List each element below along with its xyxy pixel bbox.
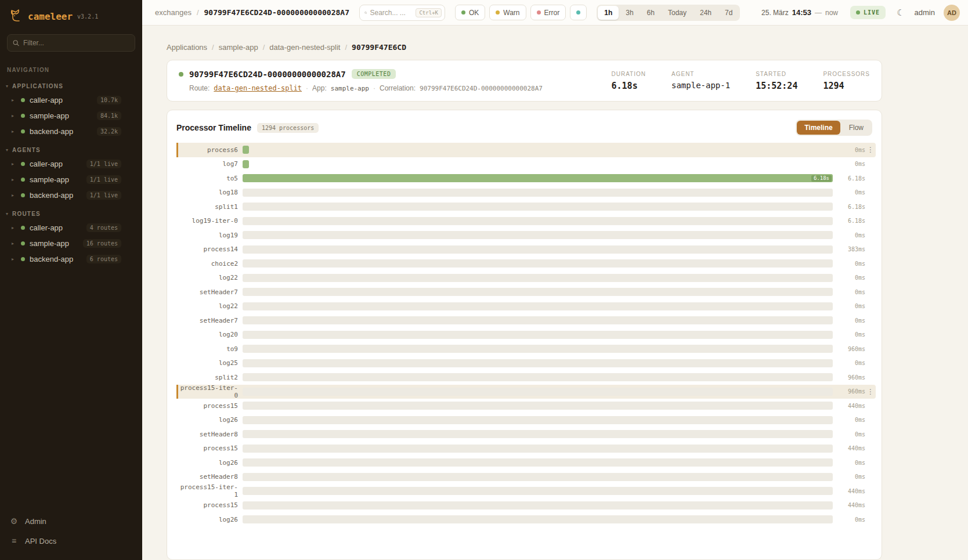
status-dot — [496, 10, 500, 15]
sidebar-item-backend-app[interactable]: ▸backend-app32.2k — [0, 124, 142, 139]
breadcrumb-link[interactable]: Applications — [167, 43, 207, 52]
sidebar-filter-input[interactable] — [23, 39, 129, 47]
timeline-row[interactable]: setHeader70ms⋮ — [176, 285, 876, 299]
range-button-today[interactable]: Today — [662, 6, 693, 20]
topbar-breadcrumb-section[interactable]: exchanges — [155, 8, 192, 17]
sidebar-group-header[interactable]: ▾AGENTS — [0, 139, 142, 156]
timeline-row[interactable]: process15-iter-0960ms⋮ — [176, 385, 876, 399]
duration-label: 960ms — [833, 346, 865, 352]
sidebar-group-header[interactable]: ▾APPLICATIONS — [0, 75, 142, 92]
timeline-row[interactable]: log190ms⋮ — [176, 228, 876, 243]
sidebar-item-sample-app[interactable]: ▸sample-app1/1 live — [0, 172, 142, 187]
timeline-track — [243, 359, 833, 367]
navigation-heading: NAVIGATION — [0, 59, 142, 75]
timeline-row[interactable]: log260ms⋮ — [176, 413, 876, 428]
breadcrumb-link[interactable]: data-gen-nested-split — [269, 43, 340, 52]
timeline-row[interactable]: log180ms⋮ — [176, 186, 876, 200]
range-button-24h[interactable]: 24h — [694, 6, 718, 20]
timeline-row[interactable]: log260ms⋮ — [176, 512, 876, 527]
timeline-row[interactable]: split2960ms⋮ — [176, 370, 876, 385]
kebab-menu-icon[interactable]: ⋮ — [865, 146, 876, 154]
duration-label: 0ms — [833, 331, 865, 338]
timeline-track — [243, 473, 833, 481]
timeline-bar — [243, 189, 833, 197]
kebab-menu-icon[interactable]: ⋮ — [865, 388, 876, 396]
dark-mode-toggle-icon[interactable]: ☾ — [897, 8, 904, 18]
sidebar-item-backend-app[interactable]: ▸backend-app6 routes — [0, 251, 142, 267]
breadcrumb-link[interactable]: sample-app — [219, 43, 258, 52]
api-docs-link[interactable]: ≡ API Docs — [0, 531, 142, 551]
chevron-right-icon: ▸ — [12, 177, 16, 182]
timeline-row[interactable]: log220ms⋮ — [176, 299, 876, 314]
timeline-row[interactable]: log220ms⋮ — [176, 271, 876, 286]
sidebar-group-header[interactable]: ▾ROUTES — [0, 203, 142, 220]
filter-chip-warn[interactable]: Warn — [489, 5, 526, 20]
processor-timeline-card: Processor Timeline 1294 processors Timel… — [167, 110, 882, 560]
timeline-view-button[interactable]: Timeline — [797, 121, 840, 135]
timeline-row[interactable]: process15440ms⋮ — [176, 498, 876, 513]
duration-label: 440ms — [833, 488, 865, 494]
timeline-row[interactable]: process14383ms⋮ — [176, 243, 876, 257]
range-button-1h[interactable]: 1h — [598, 6, 619, 20]
duration-label: 0ms — [833, 161, 865, 167]
time-range-display[interactable]: 25. März 14:53 — now — [761, 8, 838, 17]
timeline-row[interactable]: log19-iter-06.18s⋮ — [176, 214, 876, 229]
stat-value: 1294 — [823, 81, 870, 91]
avatar[interactable]: AD — [944, 5, 960, 21]
sidebar-item-label: backend-app — [30, 191, 82, 200]
range-button-7d[interactable]: 7d — [718, 6, 739, 20]
sidebar-item-backend-app[interactable]: ▸backend-app1/1 live — [0, 187, 142, 203]
processor-name: to5 — [178, 175, 243, 182]
breadcrumb: Applications/sample-app/data-gen-nested-… — [167, 43, 882, 52]
status-dot — [576, 10, 580, 15]
live-badge[interactable]: LIVE — [850, 6, 886, 19]
timeline-row[interactable]: process15440ms⋮ — [176, 399, 876, 413]
timeline-row[interactable]: log70ms⋮ — [176, 157, 876, 172]
filter-chip-extra[interactable] — [570, 5, 587, 20]
timeline-track — [243, 160, 833, 168]
timeline-row[interactable]: split16.18s⋮ — [176, 200, 876, 214]
view-toggle: Timeline Flow — [796, 120, 872, 136]
sidebar-filter[interactable] — [7, 34, 135, 52]
filter-chip-error[interactable]: Error — [530, 5, 566, 20]
timeline-track — [243, 416, 833, 424]
timeline-track — [243, 487, 833, 495]
sidebar-item-caller-app[interactable]: ▸caller-app4 routes — [0, 220, 142, 236]
timeline-row[interactable]: log250ms⋮ — [176, 356, 876, 371]
timeline-track — [243, 217, 833, 225]
timeline-row[interactable]: choice20ms⋮ — [176, 256, 876, 271]
filter-chip-ok[interactable]: OK — [455, 5, 485, 20]
search-input[interactable] — [370, 9, 413, 17]
timeline-row[interactable]: process15-iter-1440ms⋮ — [176, 484, 876, 498]
chevron-right-icon: ▸ — [12, 193, 16, 198]
sidebar-item-badge: 6 routes — [86, 255, 121, 263]
sidebar: cameleer v3.2.1 NAVIGATION ▾APPLICATIONS… — [0, 0, 142, 560]
timeline-row[interactable]: to9960ms⋮ — [176, 342, 876, 356]
timeline-track — [243, 302, 833, 310]
timeline-row[interactable]: log200ms⋮ — [176, 328, 876, 342]
timeline-row[interactable]: process60ms⋮ — [176, 143, 876, 157]
sidebar-item-caller-app[interactable]: ▸caller-app1/1 live — [0, 156, 142, 172]
search-box[interactable]: Ctrl+K — [359, 5, 445, 21]
admin-link[interactable]: ⚙ Admin — [0, 511, 142, 531]
timeline-track — [243, 345, 833, 353]
timeline-row[interactable]: log260ms⋮ — [176, 456, 876, 470]
timeline-row[interactable]: to56.18s6.18s⋮ — [176, 171, 876, 186]
status-dot — [21, 114, 25, 118]
stat-value: 6.18s — [612, 81, 646, 91]
flow-view-button[interactable]: Flow — [841, 121, 871, 135]
sidebar-item-label: caller-app — [30, 160, 82, 168]
range-button-6h[interactable]: 6h — [641, 6, 661, 20]
timeline-row[interactable]: setHeader70ms⋮ — [176, 313, 876, 328]
sidebar-item-caller-app[interactable]: ▸caller-app10.7k — [0, 92, 142, 108]
sidebar-item-sample-app[interactable]: ▸sample-app84.1k — [0, 108, 142, 124]
duration-label: 6.18s — [833, 204, 865, 210]
timeline-row[interactable]: setHeader80ms⋮ — [176, 427, 876, 442]
route-link[interactable]: data-gen-nested-split — [214, 84, 302, 92]
sidebar-item-sample-app[interactable]: ▸sample-app16 routes — [0, 236, 142, 251]
meta-separator: · — [373, 84, 375, 92]
timeline-row[interactable]: process15440ms⋮ — [176, 442, 876, 456]
range-button-3h[interactable]: 3h — [619, 6, 640, 20]
timeline-track — [243, 274, 833, 282]
timeline-row[interactable]: setHeader80ms⋮ — [176, 470, 876, 485]
